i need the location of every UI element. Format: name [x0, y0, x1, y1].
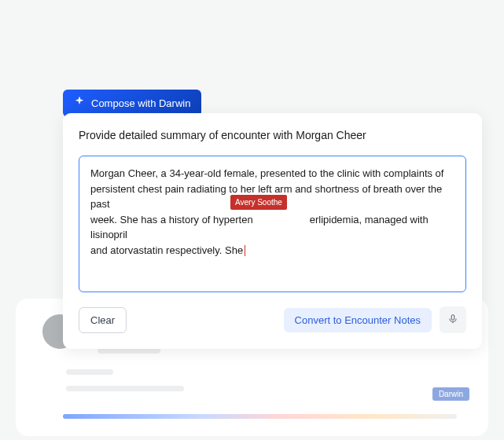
text-line: Morgan Cheer, a 34-year-old female, pres…	[90, 166, 454, 182]
microphone-button[interactable]	[440, 306, 466, 333]
convert-button[interactable]: Convert to Encounter Notes	[284, 308, 432, 332]
microphone-icon	[447, 314, 458, 327]
assistant-tag: Darwin	[432, 387, 469, 401]
clear-button[interactable]: Clear	[79, 307, 127, 333]
textarea-content: Morgan Cheer, a 34-year-old female, pres…	[90, 166, 454, 258]
collaborator-tag: Avery Soothe	[230, 195, 287, 210]
skeleton-line	[66, 369, 113, 375]
svg-rect-0	[451, 314, 454, 319]
compose-button-label: Compose with Darwin	[91, 97, 190, 109]
encounter-card: Provide detailed summary of encounter wi…	[63, 113, 482, 349]
text-line: and atorvastatin respectively. She	[90, 243, 454, 258]
encounter-textarea[interactable]: Morgan Cheer, a 34-year-old female, pres…	[79, 156, 466, 292]
progress-bar	[63, 414, 457, 419]
card-title: Provide detailed summary of encounter wi…	[79, 129, 466, 141]
text-line: week. She has a history of hypertenerlip…	[90, 212, 454, 243]
card-footer: Clear Convert to Encounter Notes	[79, 306, 466, 333]
cursor-caret	[245, 245, 245, 256]
skeleton-line	[66, 386, 184, 391]
sparkle-icon	[74, 97, 85, 110]
